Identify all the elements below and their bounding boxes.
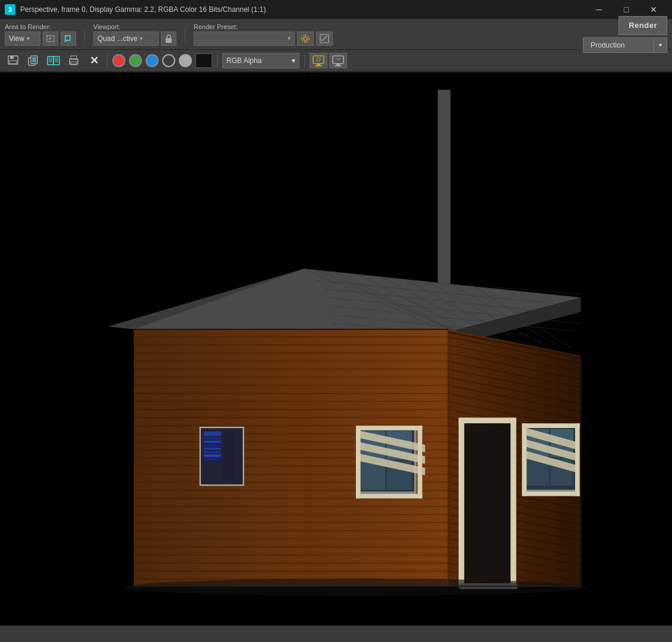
production-row: Production ▾	[583, 37, 667, 53]
svg-rect-176	[204, 458, 221, 460]
display-correction-icon	[312, 55, 325, 67]
svg-rect-18	[32, 57, 36, 62]
channel-value: RGB Alpha	[226, 56, 261, 65]
svg-rect-32	[335, 65, 342, 67]
viewport-dropdown-arrow: ▾	[140, 35, 143, 42]
svg-point-4	[304, 37, 307, 40]
save-image-button[interactable]	[5, 52, 21, 69]
channel-dropdown-arrow: ▾	[292, 56, 295, 65]
render-viewport	[0, 73, 672, 625]
print-button[interactable]	[65, 52, 82, 69]
svg-point-5	[302, 35, 309, 42]
viewport-group: Viewport: Quad ...ctive ▾	[93, 23, 176, 46]
save-icon	[7, 55, 19, 66]
alpha-channel-button[interactable]	[162, 54, 175, 67]
svg-point-7	[305, 41, 306, 42]
crop-icon: A	[64, 34, 73, 43]
area-to-render-label: Area to Render:	[5, 23, 76, 30]
svg-rect-20	[49, 58, 52, 62]
render-button[interactable]: Render	[619, 16, 667, 35]
area-icon1-button[interactable]	[43, 32, 58, 46]
render-production-group: Render Production ▾	[583, 16, 667, 53]
save-lut-button[interactable]	[329, 53, 347, 68]
preset-dropdown-arrow: ▾	[288, 35, 291, 42]
render-preset-group: Render Preset: ▾ +	[194, 23, 333, 46]
svg-rect-47	[438, 90, 450, 309]
svg-rect-26	[313, 56, 324, 64]
viewport-row: Quad ...ctive ▾	[93, 32, 176, 46]
render-scene	[0, 73, 672, 625]
select-region-icon	[46, 34, 55, 43]
svg-rect-3	[166, 38, 172, 43]
channel-dropdown[interactable]: RGB Alpha ▾	[222, 53, 299, 68]
svg-rect-210	[522, 423, 527, 496]
status-bar	[0, 625, 672, 642]
render-preset-row: ▾ + −	[194, 32, 333, 46]
copy-button[interactable]	[25, 52, 42, 69]
production-button[interactable]: Production	[583, 37, 654, 53]
display-correction-button[interactable]	[310, 53, 327, 68]
lock-icon	[165, 34, 173, 43]
area-icon2-button[interactable]: A	[61, 32, 76, 46]
svg-point-8	[301, 37, 302, 39]
svg-rect-175	[204, 455, 221, 457]
area-to-render-group: Area to Render: View ▾ A	[5, 23, 76, 46]
production-arrow-icon: ▾	[659, 42, 662, 48]
clear-x-icon: ✕	[90, 54, 99, 67]
render-preset-label: Render Preset:	[194, 23, 333, 30]
svg-rect-174	[204, 451, 221, 454]
gear-icon	[300, 33, 311, 44]
svg-rect-195	[510, 418, 516, 587]
svg-point-29	[317, 58, 320, 61]
svg-rect-194	[459, 418, 465, 587]
black-swatch[interactable]	[195, 54, 212, 68]
svg-rect-177	[223, 432, 235, 482]
exposure-icon: + −	[319, 33, 330, 44]
mono-channel-button[interactable]	[179, 54, 192, 67]
svg-point-9	[308, 37, 310, 39]
svg-rect-190	[356, 494, 422, 499]
svg-rect-211	[575, 423, 580, 496]
svg-rect-27	[317, 64, 320, 65]
area-dropdown-arrow: ▾	[27, 35, 30, 42]
green-channel-button[interactable]	[129, 54, 142, 67]
area-to-render-dropdown[interactable]: View ▾	[5, 32, 40, 46]
lock-button[interactable]	[161, 32, 176, 46]
svg-rect-14	[10, 56, 14, 59]
viewport-label: Viewport:	[93, 23, 176, 30]
svg-rect-192	[418, 426, 422, 498]
viewport-dropdown[interactable]: Quad ...ctive ▾	[93, 32, 159, 46]
save-lut-icon	[332, 55, 345, 67]
svg-text:A: A	[64, 39, 67, 43]
svg-rect-173	[204, 448, 221, 450]
preset-exposure-button[interactable]: + −	[316, 32, 333, 46]
svg-rect-189	[356, 426, 422, 430]
svg-rect-22	[55, 58, 58, 62]
clear-button[interactable]: ✕	[86, 52, 102, 69]
svg-rect-15	[10, 61, 17, 64]
preset-settings-button[interactable]	[297, 32, 314, 46]
svg-rect-196	[459, 418, 516, 424]
blue-channel-button[interactable]	[146, 54, 159, 67]
copy-icon	[28, 55, 39, 66]
svg-rect-170	[204, 438, 221, 440]
main-toolbar: Area to Render: View ▾ A Vie	[0, 19, 672, 50]
svg-rect-28	[315, 65, 322, 67]
svg-rect-169	[204, 432, 221, 436]
svg-rect-171	[204, 440, 221, 443]
svg-point-6	[305, 34, 306, 35]
svg-rect-31	[336, 64, 340, 65]
svg-rect-197	[464, 423, 510, 586]
production-dropdown-arrow-button[interactable]: ▾	[654, 37, 667, 53]
red-channel-button[interactable]	[112, 54, 125, 67]
clone-render-button[interactable]	[45, 52, 62, 69]
monitor-icons-group	[310, 53, 347, 68]
svg-rect-209	[522, 492, 580, 496]
secondary-toolbar: ✕ RGB Alpha ▾	[0, 50, 672, 73]
svg-rect-191	[356, 426, 361, 498]
render-preset-dropdown[interactable]: ▾	[194, 32, 295, 46]
svg-text:−: −	[325, 40, 327, 43]
title-text: Perspective, frame 0, Display Gamma: 2.2…	[20, 5, 580, 14]
area-to-render-row: View ▾ A	[5, 32, 76, 46]
app-icon: 3	[5, 4, 15, 15]
